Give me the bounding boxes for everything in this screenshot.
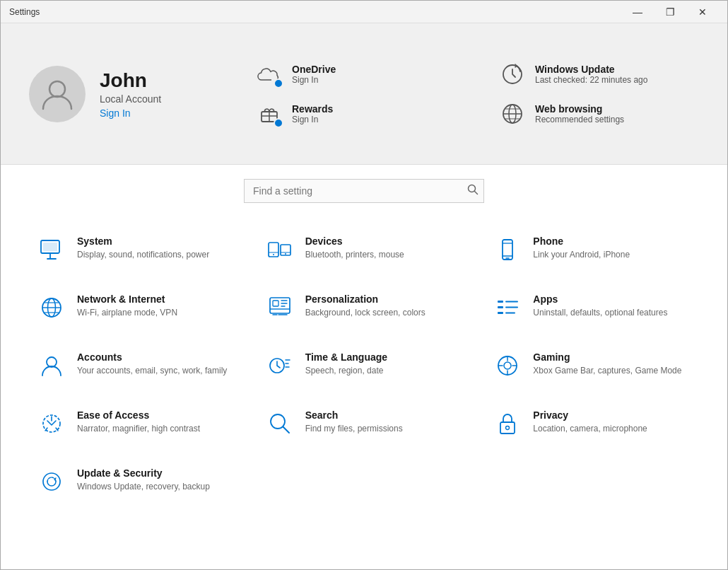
web-browsing-item[interactable]: Web browsing Recommended settings xyxy=(498,100,699,128)
svg-point-28 xyxy=(504,362,511,369)
setting-item-system[interactable]: System Display, sound, notifications, po… xyxy=(29,224,243,275)
setting-item-devices[interactable]: Devices Bluetooth, printers, mouse xyxy=(257,224,471,275)
web-browsing-sub: Recommended settings xyxy=(535,115,624,124)
privacy-desc: Location, camera, microphone xyxy=(533,423,647,435)
setting-item-time-language[interactable]: Time & Language Speech, region, date xyxy=(257,340,471,391)
rewards-item[interactable]: Rewards Sign In xyxy=(255,100,456,128)
user-info: John Local Account Sign In xyxy=(100,69,161,119)
cloud-section: OneDrive Sign In Windows Update Last che… xyxy=(255,60,699,128)
system-text: System Display, sound, notifications, po… xyxy=(77,235,209,261)
setting-item-accounts[interactable]: Accounts Your accounts, email, sync, wor… xyxy=(29,340,243,391)
titlebar: Settings — ❐ ✕ xyxy=(1,1,727,23)
update-security-icon xyxy=(37,467,66,496)
devices-title: Devices xyxy=(305,235,404,247)
windows-update-label: Windows Update xyxy=(535,64,647,75)
apps-desc: Uninstall, defaults, optional features xyxy=(533,307,667,319)
setting-item-apps[interactable]: Apps Uninstall, defaults, optional featu… xyxy=(485,282,699,333)
windows-update-sub: Last checked: 22 minutes ago xyxy=(535,75,647,85)
time-language-desc: Speech, region, date xyxy=(305,365,387,377)
ease-of-access-icon xyxy=(37,409,66,438)
settings-grid: System Display, sound, notifications, po… xyxy=(29,224,699,507)
rewards-sub: Sign In xyxy=(292,115,333,124)
rewards-icon-wrap xyxy=(255,100,283,128)
devices-text: Devices Bluetooth, printers, mouse xyxy=(305,235,404,261)
rewards-badge xyxy=(274,118,283,128)
maximize-button[interactable]: ❐ xyxy=(654,1,686,23)
privacy-text: Privacy Location, camera, microphone xyxy=(533,409,647,435)
svg-line-6 xyxy=(475,192,478,194)
avatar xyxy=(29,66,86,122)
svg-rect-8 xyxy=(43,243,57,251)
gaming-icon xyxy=(493,351,522,380)
windows-update-text: Windows Update Last checked: 22 minutes … xyxy=(535,64,647,85)
web-browsing-icon-wrap xyxy=(498,100,527,128)
gaming-text: Gaming Xbox Game Bar, captures, Game Mod… xyxy=(533,351,681,377)
update-security-desc: Windows Update, recovery, backup xyxy=(77,481,210,493)
search-text: Search Find my files, permissions xyxy=(305,409,403,435)
personalization-title: Personalization xyxy=(305,293,425,305)
svg-point-0 xyxy=(49,81,65,97)
network-icon xyxy=(37,293,66,322)
web-browsing-text: Web browsing Recommended settings xyxy=(535,103,624,124)
onedrive-sub: Sign In xyxy=(292,75,336,85)
update-security-title: Update & Security xyxy=(77,467,210,479)
devices-desc: Bluetooth, printers, mouse xyxy=(305,249,404,261)
accounts-icon xyxy=(37,351,66,380)
privacy-title: Privacy xyxy=(533,409,647,421)
setting-item-phone[interactable]: Phone Link your Android, iPhone xyxy=(485,224,699,275)
personalization-icon xyxy=(266,293,294,322)
setting-item-ease-of-access[interactable]: Ease of Access Narrator, magnifier, high… xyxy=(29,398,243,449)
ease-of-access-desc: Narrator, magnifier, high contrast xyxy=(77,423,200,435)
personalization-desc: Background, lock screen, colors xyxy=(305,307,425,319)
search-input[interactable] xyxy=(244,179,484,203)
svg-line-31 xyxy=(283,427,289,434)
user-section: John Local Account Sign In xyxy=(29,66,227,122)
accounts-text: Accounts Your accounts, email, sync, wor… xyxy=(77,351,227,377)
gaming-title: Gaming xyxy=(533,351,681,363)
setting-item-network[interactable]: Network & Internet Wi-Fi, airplane mode,… xyxy=(29,282,243,333)
setting-item-personalization[interactable]: Personalization Background, lock screen,… xyxy=(257,282,471,333)
titlebar-title: Settings xyxy=(9,7,40,17)
user-name: John xyxy=(100,69,161,92)
update-security-text: Update & Security Windows Update, recove… xyxy=(77,467,210,493)
phone-text: Phone Link your Android, iPhone xyxy=(533,235,630,261)
search-icon-button[interactable] xyxy=(467,184,479,198)
windows-update-item[interactable]: Windows Update Last checked: 22 minutes … xyxy=(498,60,699,88)
time-language-text: Time & Language Speech, region, date xyxy=(305,351,387,377)
header-panel: John Local Account Sign In OneDrive Sign… xyxy=(1,23,727,165)
windows-update-icon-wrap xyxy=(498,60,527,88)
rewards-text: Rewards Sign In xyxy=(292,103,333,124)
svg-rect-19 xyxy=(498,301,503,303)
phone-icon xyxy=(493,235,522,264)
minimize-button[interactable]: — xyxy=(621,1,654,23)
setting-item-update-security[interactable]: Update & Security Windows Update, recove… xyxy=(29,456,243,507)
time-language-title: Time & Language xyxy=(305,351,387,363)
network-text: Network & Internet Wi-Fi, airplane mode,… xyxy=(77,293,177,319)
phone-title: Phone xyxy=(533,235,630,247)
onedrive-label: OneDrive xyxy=(292,64,336,75)
network-title: Network & Internet xyxy=(77,293,177,305)
close-button[interactable]: ✕ xyxy=(686,1,719,23)
setting-item-privacy[interactable]: Privacy Location, camera, microphone xyxy=(485,398,699,449)
devices-icon xyxy=(266,235,294,264)
accounts-desc: Your accounts, email, sync, work, family xyxy=(77,365,227,377)
ease-of-access-title: Ease of Access xyxy=(77,409,200,421)
search-desc: Find my files, permissions xyxy=(305,423,403,435)
gaming-desc: Xbox Game Bar, captures, Game Mode xyxy=(533,365,681,377)
accounts-title: Accounts xyxy=(77,351,227,363)
search-bar xyxy=(29,179,699,203)
search-icon xyxy=(266,409,294,438)
setting-item-search[interactable]: Search Find my files, permissions xyxy=(257,398,471,449)
apps-title: Apps xyxy=(533,293,667,305)
user-signin-link[interactable]: Sign In xyxy=(100,107,161,119)
search-title: Search xyxy=(305,409,403,421)
setting-item-gaming[interactable]: Gaming Xbox Game Bar, captures, Game Mod… xyxy=(485,340,699,391)
privacy-icon xyxy=(493,409,522,438)
svg-rect-32 xyxy=(500,422,515,434)
system-title: System xyxy=(77,235,209,247)
network-desc: Wi-Fi, airplane mode, VPN xyxy=(77,307,177,319)
onedrive-text: OneDrive Sign In xyxy=(292,64,336,85)
phone-desc: Link your Android, iPhone xyxy=(533,249,630,261)
onedrive-item[interactable]: OneDrive Sign In xyxy=(255,60,456,88)
svg-rect-18 xyxy=(273,301,278,306)
